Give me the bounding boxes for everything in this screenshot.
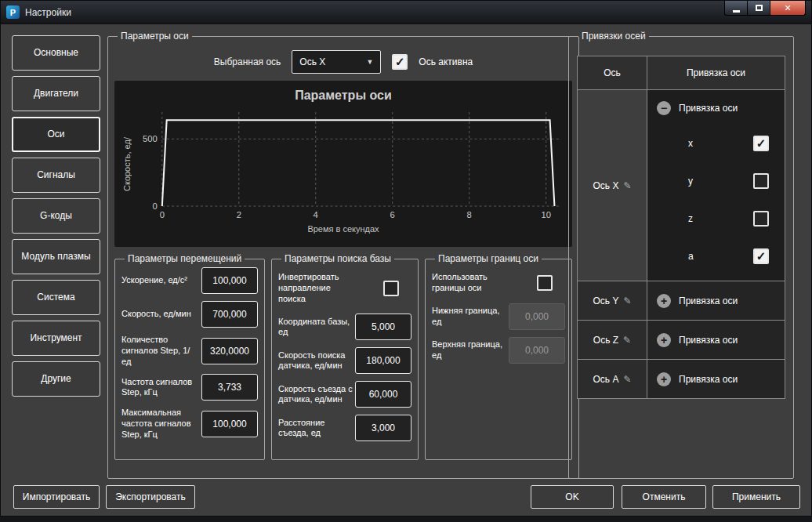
sensor-search-speed-input[interactable] bbox=[355, 347, 411, 374]
axis-params-group-title: Параметры оси bbox=[118, 31, 192, 42]
expand-binding-z[interactable]: + Привязка оси bbox=[647, 320, 785, 359]
binding-a-checkbox[interactable] bbox=[753, 248, 769, 264]
binding-z-checkbox[interactable] bbox=[753, 211, 769, 227]
selected-axis-label: Выбранная ось bbox=[214, 56, 281, 67]
leave-distance-input[interactable] bbox=[355, 415, 411, 441]
acceleration-input[interactable] bbox=[201, 267, 258, 294]
axis-x-label: Ось X bbox=[593, 180, 619, 191]
leave-distance-label: Расстояние съезда, ед bbox=[278, 418, 355, 440]
sidebar-item-other[interactable]: Другие bbox=[12, 361, 100, 397]
leave-distance-row: Расстояние съезда, ед bbox=[278, 415, 411, 441]
selected-axis-value: Ось X bbox=[299, 56, 325, 67]
speed-row: Скорость, ед/мин bbox=[121, 301, 258, 328]
plus-circle-icon[interactable]: + bbox=[657, 372, 671, 386]
axis-limits-group: Параметры границ оси Использовать границ… bbox=[425, 253, 572, 460]
binding-y-toggle-label: Привязка оси bbox=[679, 295, 738, 306]
axis-y-label: Ось Y bbox=[593, 295, 619, 306]
export-button[interactable]: Экспортировать bbox=[106, 485, 195, 509]
ok-button[interactable]: OK bbox=[531, 485, 614, 509]
binding-row-a: Ось A ✎ + Привязка оси bbox=[578, 359, 785, 398]
plus-circle-icon[interactable]: + bbox=[657, 333, 671, 347]
close-button[interactable]: ✕ bbox=[770, 1, 806, 16]
expand-binding-a[interactable]: + Привязка оси bbox=[647, 359, 785, 398]
binding-letter-z: z bbox=[688, 213, 693, 224]
edit-axis-x-icon[interactable]: ✎ bbox=[623, 180, 631, 191]
sidebar-item-system[interactable]: Система bbox=[12, 280, 100, 315]
lower-limit-row: Нижняя граница, ед bbox=[432, 303, 565, 330]
axis-bindings-group: Привязки осей Ось Привязка оси Ось X ✎ −… bbox=[568, 31, 794, 479]
binding-z-toggle-label: Привязка оси bbox=[679, 335, 738, 346]
invert-search-checkbox[interactable] bbox=[383, 281, 399, 296]
axis-active-checkbox[interactable] bbox=[392, 54, 408, 70]
svg-text:500: 500 bbox=[143, 134, 158, 143]
edit-axis-z-icon[interactable]: ✎ bbox=[623, 335, 631, 346]
binding-x-checkbox[interactable] bbox=[753, 136, 769, 151]
axis-bindings-table: Ось Привязка оси Ось X ✎ − Привязка оси bbox=[577, 56, 785, 399]
steps-per-unit-label: Количество сигналов Step, 1/ед bbox=[121, 335, 198, 367]
svg-text:4: 4 bbox=[314, 210, 318, 219]
chart-body: Скорость, ед/ 02468100500 bbox=[121, 106, 566, 223]
window-controls: ✕ bbox=[724, 1, 806, 16]
axis-speed-chart: Параметры оси Скорость, ед/ 02468100500 … bbox=[114, 81, 572, 247]
titlebar[interactable]: P Настройки ✕ bbox=[1, 1, 811, 24]
use-limits-checkbox[interactable] bbox=[537, 275, 553, 291]
step-frequency-label: Частота сигналов Step, кГц bbox=[121, 377, 198, 399]
base-coordinate-input[interactable] bbox=[355, 314, 411, 340]
chart-x-axis-label: Время в секундах bbox=[121, 224, 566, 234]
sidebar-item-tool[interactable]: Инструмент bbox=[12, 321, 100, 356]
max-step-frequency-row: Максимальная частота сигналов Step, кГц bbox=[121, 408, 258, 440]
sidebar-item-motors[interactable]: Двигатели bbox=[12, 76, 100, 111]
sensor-leave-speed-label: Скорость съезда с датчика, ед/мин bbox=[278, 384, 355, 406]
minimize-button[interactable] bbox=[724, 1, 748, 16]
binding-letter-x: x bbox=[688, 138, 693, 149]
lower-limit-label: Нижняя граница, ед bbox=[432, 306, 509, 328]
import-button[interactable]: Импортировать bbox=[13, 485, 100, 509]
steps-per-unit-row: Количество сигналов Step, 1/ед bbox=[121, 335, 258, 367]
speed-input[interactable] bbox=[201, 301, 258, 328]
svg-text:6: 6 bbox=[390, 210, 395, 219]
max-step-frequency-input[interactable] bbox=[201, 411, 258, 437]
sensor-leave-speed-input[interactable] bbox=[355, 381, 411, 408]
sidebar-item-signals[interactable]: Сигналы bbox=[12, 158, 100, 193]
edit-axis-y-icon[interactable]: ✎ bbox=[623, 295, 631, 306]
binding-y-checkbox[interactable] bbox=[753, 173, 769, 189]
movement-params-group-title: Параметры перемещений bbox=[125, 253, 245, 264]
max-step-frequency-label: Максимальная частота сигналов Step, кГц bbox=[121, 408, 198, 440]
parameter-subgroups: Параметры перемещений Ускорение, ед/с² С… bbox=[114, 253, 572, 460]
sidebar-item-plasma[interactable]: Модуль плазмы bbox=[12, 239, 100, 274]
maximize-icon bbox=[756, 5, 763, 11]
upper-limit-input[interactable] bbox=[509, 337, 565, 364]
chart-plot-area: 02468100500 bbox=[133, 106, 566, 223]
bindings-table-header: Ось Привязка оси bbox=[578, 56, 785, 89]
edit-axis-a-icon[interactable]: ✎ bbox=[623, 374, 631, 385]
lower-limit-input[interactable] bbox=[509, 303, 565, 330]
selected-axis-dropdown[interactable]: Ось X ▼ bbox=[292, 50, 381, 74]
use-limits-label: Использовать границы оси bbox=[432, 272, 509, 294]
homing-params-group: Параметры поиска базы Инвертировать напр… bbox=[271, 253, 419, 460]
expand-binding-y[interactable]: + Привязка оси bbox=[647, 281, 785, 320]
invert-search-label: Инвертировать направление поиска bbox=[278, 272, 355, 304]
sidebar-item-gcodes[interactable]: G-коды bbox=[12, 198, 100, 234]
binding-row-z: Ось Z ✎ + Привязка оси bbox=[578, 320, 785, 359]
collapse-binding-x[interactable]: − Привязка оси bbox=[647, 92, 785, 125]
use-limits-row: Использовать границы оси bbox=[432, 272, 553, 294]
sidebar-item-axes[interactable]: Оси bbox=[12, 117, 100, 152]
step-frequency-input[interactable] bbox=[201, 374, 258, 401]
axis-active-label: Ось активна bbox=[419, 56, 473, 67]
plus-circle-icon[interactable]: + bbox=[657, 294, 671, 308]
axis-a-cell: Ось A ✎ bbox=[578, 359, 647, 398]
steps-per-unit-input[interactable] bbox=[201, 338, 258, 364]
maximize-button[interactable] bbox=[748, 1, 770, 16]
binding-x-toggle-label: Привязка оси bbox=[679, 103, 738, 114]
apply-button[interactable]: Применить bbox=[712, 485, 800, 509]
minus-circle-icon[interactable]: − bbox=[657, 101, 671, 115]
sidebar-item-main[interactable]: Основные bbox=[12, 35, 100, 71]
cancel-button[interactable]: Отменить bbox=[622, 485, 706, 509]
axis-selector-row: Выбранная ось Ось X ▼ Ось активна bbox=[114, 49, 572, 74]
step-frequency-row: Частота сигналов Step, кГц bbox=[121, 374, 258, 401]
axis-params-group: Параметры оси Выбранная ось Ось X ▼ Ось … bbox=[107, 31, 579, 479]
chart-y-axis-label: Скорость, ед/ bbox=[121, 106, 133, 223]
svg-text:2: 2 bbox=[237, 210, 241, 219]
axis-y-cell: Ось Y ✎ bbox=[578, 281, 647, 320]
window-title: Настройки bbox=[25, 7, 71, 18]
